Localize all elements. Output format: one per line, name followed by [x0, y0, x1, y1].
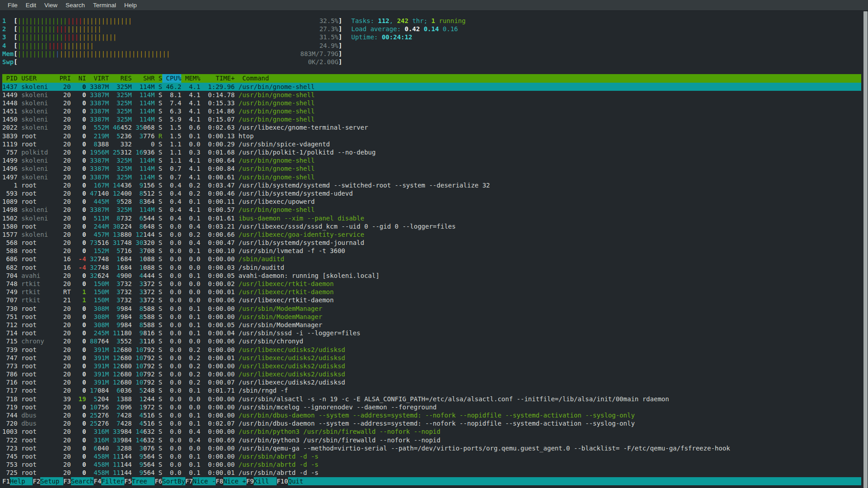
process-row-773[interactable]: 773 root 20 0 391M 12680 10792 S 0.0 0.2…	[2, 362, 861, 370]
process-row-1498[interactable]: 1498 skoleni 20 0 3387M 325M 114M S 0.4 …	[2, 206, 861, 214]
process-row-723[interactable]: 723 root 20 0 6040 3288 3076 S 0.0 0.0 0…	[2, 444, 861, 452]
process-row-593[interactable]: 593 root 20 0 47140 12400 8512 S 0.4 0.2…	[2, 189, 861, 197]
process-row-719[interactable]: 719 root 20 0 10756 2096 1972 S 0.0 0.0 …	[2, 403, 861, 411]
cell-mem: 0.2	[185, 362, 201, 370]
process-row-588[interactable]: 588 root 20 0 152M 5716 3708 S 0.0 0.1 0…	[2, 247, 861, 255]
process-row-1450[interactable]: 1450 skoleni 20 0 3387M 325M 114M S 5.9 …	[2, 115, 861, 123]
cell-ni: 0	[75, 197, 86, 206]
column-header-user[interactable]: USER	[21, 74, 56, 82]
cell-ni: 0	[75, 378, 86, 386]
process-row-751[interactable]: 751 root 20 0 308M 9984 8588 S 0.0 0.1 0…	[2, 313, 861, 321]
fnkey-f9[interactable]: F9Kill	[246, 477, 277, 485]
process-row-1119[interactable]: 1119 root 20 0 8388 332 0 S 1.1 0.0 0:00…	[2, 140, 861, 148]
process-row-744[interactable]: 744 dbus 20 0 25276 7428 4516 S 0.0 0.1 …	[2, 411, 861, 419]
column-header-pid[interactable]: PID	[2, 74, 18, 82]
fnkey-f5[interactable]: F5Tree	[124, 477, 155, 485]
column-header-state[interactable]: S	[159, 74, 162, 82]
menu-item-file[interactable]: File	[4, 1, 22, 9]
process-row-714[interactable]: 714 root 20 0 245M 11180 9816 S 0.0 0.1 …	[2, 329, 861, 337]
process-row-1449[interactable]: 1449 skoleni 20 0 3387M 325M 114M S 8.1 …	[2, 91, 861, 99]
process-row-1448[interactable]: 1448 skoleni 20 0 3387M 325M 114M S 7.4 …	[2, 99, 861, 107]
cell-time: 0:02.07	[204, 419, 235, 427]
process-row-716[interactable]: 716 root 20 0 391M 12680 10792 S 0.0 0.2…	[2, 378, 861, 386]
menu-item-terminal[interactable]: Terminal	[89, 1, 120, 9]
column-header-command[interactable]: Command	[242, 74, 861, 82]
process-row-3839[interactable]: 3839 root 20 0 219M 5236 3776 R 1.5 0.1 …	[2, 132, 861, 140]
fnkey-f4[interactable]: F4Filter	[94, 477, 124, 485]
process-row-757[interactable]: 757 polkitd 20 0 1956M 25312 16936 S 1.1…	[2, 148, 861, 156]
process-row-1497[interactable]: 1497 skoleni 20 0 3387M 325M 114M S 0.7 …	[2, 173, 861, 181]
fnkey-f2[interactable]: F2Setup	[33, 477, 63, 485]
process-row-720[interactable]: 720 dbus 20 0 25276 7428 4516 S 0.0 0.1 …	[2, 419, 861, 427]
column-header-cpu[interactable]: CPU%	[166, 74, 181, 82]
cell-sep	[200, 444, 204, 452]
scrollbar[interactable]	[863, 11, 868, 488]
column-header-virt[interactable]: VIRT	[90, 74, 109, 82]
process-row-722[interactable]: 722 root 20 0 316M 33984 14632 S 0.0 0.4…	[2, 436, 861, 444]
process-row-568[interactable]: 568 root 20 0 73516 31748 30320 S 0.0 0.…	[2, 239, 861, 247]
process-row-730[interactable]: 730 root 20 0 308M 9984 8588 S 0.0 0.1 0…	[2, 305, 861, 313]
process-row-686[interactable]: 686 root 16 -4 32748 1684 1088 S 0.0 0.0…	[2, 255, 861, 263]
process-row-747[interactable]: 747 root 20 0 391M 12680 10792 S 0.0 0.2…	[2, 354, 861, 362]
cell-mem: 0.2	[185, 230, 201, 239]
process-row-715[interactable]: 715 chrony 20 0 88764 3552 3116 S 0.0 0.…	[2, 337, 861, 345]
cell-sep	[235, 123, 238, 131]
fnkey-f7[interactable]: F7Nice -	[185, 477, 216, 485]
cell-sep	[109, 140, 113, 148]
menu-item-search[interactable]: Search	[61, 1, 89, 9]
column-header-ni[interactable]: NI	[75, 74, 86, 82]
process-row-1499[interactable]: 1499 skoleni 20 0 3387M 325M 114M S 1.1 …	[2, 156, 861, 164]
process-row-717[interactable]: 717 root 20 0 17084 6036 5248 S 0.0 0.1 …	[2, 386, 861, 394]
process-row-704[interactable]: 704 avahi 20 0 32624 4900 4444 S 0.0 0.1…	[2, 272, 861, 280]
menu-item-view[interactable]: View	[40, 1, 61, 9]
cell-sep	[71, 427, 75, 436]
process-row-2022[interactable]: 2022 skoleni 20 0 552M 46452 35068 S 1.5…	[2, 123, 861, 131]
process-row-1502[interactable]: 1502 skoleni 20 0 511M 8732 6544 S 0.4 0…	[2, 214, 861, 222]
mem-value-mb: 25	[90, 420, 98, 427]
column-header-time[interactable]: TIME+	[204, 74, 239, 82]
process-row-718[interactable]: 718 root 39 19 5204 1388 1244 S 0.0 0.0 …	[2, 395, 861, 403]
process-row-1437[interactable]: 1437 skoleni 20 0 3387M 325M 114M S 46.2…	[2, 83, 861, 91]
process-row-725[interactable]: 725 root 20 0 458M 11144 9564 S 0.0 0.1 …	[2, 469, 861, 477]
process-row-1451[interactable]: 1451 skoleni 20 0 3387M 325M 114M S 6.3 …	[2, 107, 861, 115]
fnkey-label: Help	[10, 477, 33, 485]
process-row-1496[interactable]: 1496 skoleni 20 0 3387M 325M 114M S 0.7 …	[2, 164, 861, 173]
fnkey-f8[interactable]: F8Nice +	[216, 477, 246, 485]
cell-command: htop	[239, 132, 862, 140]
process-row-712[interactable]: 712 root 20 0 308M 9984 8588 S 0.0 0.1 0…	[2, 321, 861, 329]
process-row-1[interactable]: 1 root 20 0 167M 14436 9156 S 0.4 0.2 0:…	[2, 181, 861, 189]
process-row-739[interactable]: 739 root 20 0 391M 12680 10792 S 0.0 0.2…	[2, 346, 861, 354]
column-header-mem[interactable]: MEM%	[185, 74, 201, 82]
fnkey-f3[interactable]: F3Search	[63, 477, 94, 485]
menu-item-edit[interactable]: Edit	[22, 1, 40, 9]
cell-sep	[155, 460, 158, 469]
cell-state: S	[159, 272, 162, 280]
cell-pid: 2022	[2, 123, 18, 131]
fnkey-f1[interactable]: F1Help	[2, 477, 33, 485]
process-row-1580[interactable]: 1580 root 20 0 244M 30224 8648 S 0.0 0.4…	[2, 222, 861, 230]
cell-sep	[181, 99, 185, 107]
process-row-1089[interactable]: 1089 root 20 0 445M 9528 8364 S 0.4 0.1 …	[2, 197, 861, 206]
cell-pri: 20	[59, 91, 71, 99]
process-row-748[interactable]: 748 rtkit 20 0 150M 3732 3372 S 0.0 0.0 …	[2, 280, 861, 288]
process-row-1577[interactable]: 1577 skoleni 20 0 457M 13880 12144 S 0.0…	[2, 230, 861, 239]
process-row-749[interactable]: 749 rtkit RT 1 150M 3732 3372 S 0.0 0.0 …	[2, 288, 861, 296]
process-row-1003[interactable]: 1003 root 20 0 316M 33984 14632 S 0.0 0.…	[2, 427, 861, 436]
process-row-786[interactable]: 786 root 20 0 391M 12680 10792 S 0.0 0.2…	[2, 370, 861, 378]
process-row-745[interactable]: 745 root 20 0 458M 11144 9564 S 0.0 0.1 …	[2, 452, 861, 460]
cell-ni: 0	[75, 156, 86, 164]
column-header-shr[interactable]: SHR	[136, 74, 155, 82]
fnkey-f10[interactable]: F10Quit	[277, 477, 311, 485]
process-row-707[interactable]: 707 rtkit 21 1 150M 3732 3372 S 0.0 0.0 …	[2, 296, 861, 304]
cell-sep	[86, 378, 90, 386]
column-header-pri[interactable]: PRI	[59, 74, 71, 82]
cell-mem: 0.1	[185, 321, 201, 329]
cell-sep	[86, 354, 90, 362]
cell-sep	[132, 296, 136, 304]
cell-sep	[162, 107, 166, 115]
column-header-res[interactable]: RES	[113, 74, 132, 82]
menu-item-help[interactable]: Help	[120, 1, 141, 9]
fnkey-f6[interactable]: F6SortBy	[155, 477, 185, 485]
process-row-682[interactable]: 682 root 16 -4 32748 1684 1088 S 0.0 0.0…	[2, 263, 861, 272]
process-row-753[interactable]: 753 root 20 0 458M 11144 9564 S 0.0 0.1 …	[2, 460, 861, 469]
